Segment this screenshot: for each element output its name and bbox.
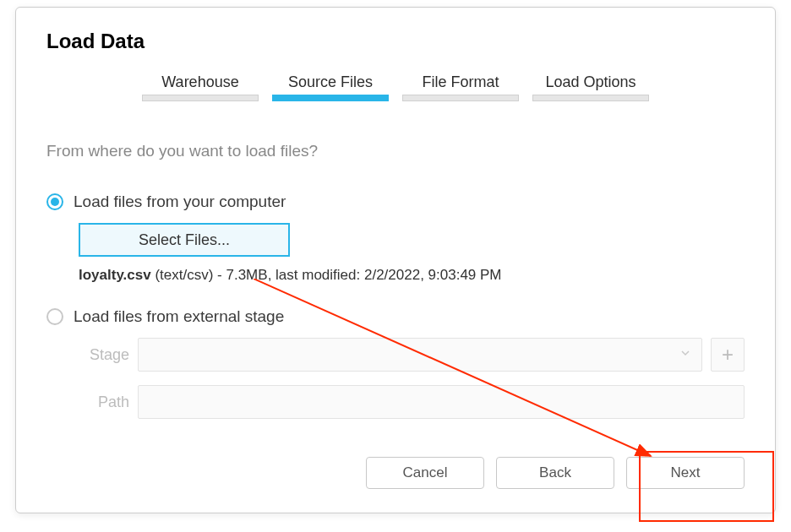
step-warehouse[interactable]: Warehouse [142,73,259,101]
path-label: Path [79,394,129,411]
file-mime: (text/csv) [155,267,213,283]
dialog-footer: Cancel Back Next [366,457,745,489]
stage-select[interactable] [138,338,702,372]
step-bar [142,95,259,101]
select-files-button[interactable]: Select Files... [79,223,290,257]
radio-computer[interactable] [46,193,63,210]
chevron-down-icon [679,347,691,362]
prompt-text: From where do you want to load files? [46,142,745,160]
step-source-files[interactable]: Source Files [272,73,389,101]
file-size: 7.3MB [226,267,267,283]
stage-label: Stage [79,346,129,364]
radio-external-label: Load files from external stage [74,307,284,326]
step-label: File Format [402,73,519,95]
step-bar [402,95,519,101]
file-sep: - [213,267,226,283]
next-button[interactable]: Next [626,457,745,489]
plus-icon: + [722,343,734,366]
path-input[interactable] [138,385,745,419]
radio-computer-label: Load files from your computer [74,193,286,211]
option-external: Load files from external stage Stage + P… [46,307,745,419]
file-name: loyalty.csv [79,267,151,283]
step-label: Load Options [532,73,649,95]
back-button[interactable]: Back [496,457,614,489]
step-bar [532,95,649,101]
dialog-title: Load Data [46,30,745,53]
selected-file-info: loyalty.csv (text/csv) - 7.3MB, last mod… [79,267,745,284]
file-modified: 2/2/2022, 9:03:49 PM [364,267,502,283]
option-computer: Load files from your computer Select Fil… [46,193,745,284]
add-stage-button[interactable]: + [711,338,745,372]
step-load-options[interactable]: Load Options [532,73,649,101]
step-file-format[interactable]: File Format [402,73,519,101]
step-label: Warehouse [142,73,259,95]
step-bar [272,95,389,101]
load-data-dialog: Load Data Warehouse Source Files File Fo… [15,7,776,513]
file-modified-prefix: , last modified: [268,267,364,283]
wizard-stepper: Warehouse Source Files File Format Load … [46,73,745,101]
step-label: Source Files [272,73,389,95]
radio-external[interactable] [46,308,63,325]
cancel-button[interactable]: Cancel [366,457,484,489]
